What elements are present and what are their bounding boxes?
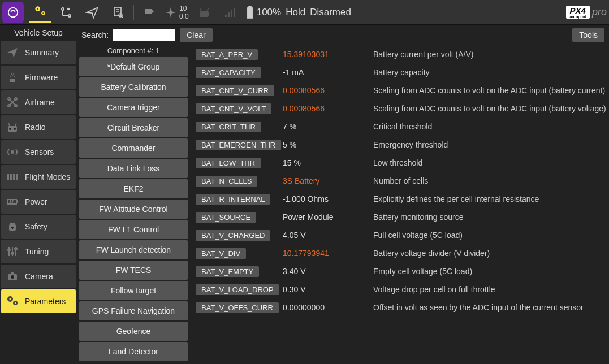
param-row: BAT_V_EMPTY3.40 VEmpty cell voltage (5C … [192, 262, 607, 280]
arm-state[interactable]: Disarmed [310, 7, 351, 18]
param-name-button[interactable]: BAT_CAPACITY [196, 67, 261, 78]
sidebar-item-summary[interactable]: Summary [1, 41, 76, 64]
param-name-button[interactable]: BAT_CNT_V_VOLT [196, 103, 271, 114]
sidebar-item-radio[interactable]: Radio [1, 115, 76, 139]
telemetry-signal-icon[interactable] [219, 2, 241, 23]
param-name-button[interactable]: BAT_V_DIV [196, 248, 246, 259]
sidebar-item-firmware[interactable]: Firmware [1, 66, 76, 89]
gps-numbers: 10 0.0 [179, 5, 189, 20]
param-name-button[interactable]: BAT_EMERGEN_THR [196, 140, 281, 150]
svg-rect-19 [248, 8, 252, 18]
param-value: Power Module [283, 213, 334, 222]
svg-point-35 [11, 151, 14, 153]
group--default-group[interactable]: *Default Group [79, 57, 188, 76]
app-logo[interactable] [2, 2, 24, 23]
param-row: BAT_V_LOAD_DROP0.30 VVoltage drop per ce… [192, 280, 607, 298]
content-area: Search: Clear Tools Component #: 1 *Defa… [77, 25, 609, 364]
flight-mode[interactable]: Hold [286, 7, 305, 18]
group-camera-trigger[interactable]: Camera trigger [79, 98, 188, 117]
sidebar-item-flight-modes[interactable]: Flight Modes [1, 165, 76, 189]
group-ekf2[interactable]: EKF2 [79, 179, 188, 198]
param-row: BAT_R_INTERNAL-1.000 OhmsExplicitly defi… [192, 190, 607, 208]
group-circuit-breaker[interactable]: Circuit Breaker [79, 118, 188, 137]
search-input[interactable] [113, 29, 175, 41]
param-name-button[interactable]: BAT_SOURCE [196, 212, 256, 223]
svg-point-31 [9, 128, 11, 130]
group-fw-launch-detection[interactable]: FW Launch detection [79, 240, 188, 259]
param-description: Low threshold [373, 158, 422, 167]
sidebar-item-tuning[interactable]: Tuning [1, 240, 76, 263]
group-land-detector[interactable]: Land Detector [79, 342, 188, 361]
param-row: BAT_V_CHARGED4.05 VFull cell voltage (5C… [192, 226, 607, 244]
param-name-button[interactable]: BAT_V_EMPTY [196, 266, 259, 277]
parameter-table: BAT_A_PER_V15.39103031Battery current pe… [190, 45, 609, 364]
group-fw-attitude-control[interactable]: FW Attitude Control [79, 200, 188, 219]
gps-hdop: 0.0 [179, 12, 189, 20]
gps-status[interactable]: 10 0.0 [165, 2, 189, 23]
param-row: BAT_A_PER_V15.39103031Battery current pe… [192, 45, 607, 63]
param-name-button[interactable]: BAT_R_INTERNAL [196, 194, 270, 205]
param-value: 0.00080566 [283, 104, 325, 113]
clear-button[interactable]: Clear [180, 28, 212, 42]
param-name-button[interactable]: BAT_V_LOAD_DROP [196, 284, 279, 295]
toolbar-analyze-button[interactable] [107, 2, 129, 23]
group-battery-calibration[interactable]: Battery Calibration [79, 77, 188, 97]
svg-line-12 [207, 8, 209, 11]
param-row: BAT_CNT_V_VOLT0.00080566Scaling from ADC… [192, 99, 607, 118]
sidebar-item-label: Power [25, 197, 47, 206]
param-name-button[interactable]: BAT_CRIT_THR [196, 122, 261, 132]
param-name-button[interactable]: BAT_N_CELLS [196, 176, 257, 187]
svg-point-21 [10, 76, 11, 77]
svg-point-24 [11, 73, 12, 75]
battery-status[interactable]: 100% [245, 2, 281, 23]
search-label: Search: [81, 31, 109, 40]
group-list: Component #: 1 *Default GroupBattery Cal… [77, 45, 190, 364]
svg-line-11 [200, 8, 201, 11]
sidebar-icon [5, 144, 20, 160]
param-name-button[interactable]: BAT_A_PER_V [196, 49, 258, 60]
main-area: Vehicle Setup SummaryFirmwareAirframeRad… [0, 25, 609, 364]
sidebar-item-airframe[interactable]: Airframe [1, 90, 76, 114]
toolbar-fly-button[interactable] [81, 2, 103, 23]
sidebar-item-label: Radio [25, 123, 46, 132]
group-geofence[interactable]: Geofence [79, 322, 188, 341]
tools-button[interactable]: Tools [572, 28, 604, 42]
param-name-button[interactable]: BAT_CNT_V_CURR [196, 85, 274, 96]
svg-point-0 [8, 7, 18, 17]
sidebar-item-camera[interactable]: Camera [1, 265, 76, 288]
param-description: Battery voltage divider (V divider) [373, 249, 490, 258]
sidebar-icon [5, 244, 20, 259]
group-gps-failure-navigation[interactable]: GPS Failure Navigation [79, 301, 188, 320]
param-value: -1 mA [283, 68, 304, 77]
param-row: BAT_N_CELLS3S BatteryNumber of cells [192, 172, 607, 190]
sidebar-item-label: Summary [25, 48, 59, 57]
sidebar-icon [5, 94, 20, 110]
toolbar-plan-button[interactable] [55, 2, 77, 23]
svg-rect-10 [200, 11, 209, 17]
sidebar-item-parameters[interactable]: Parameters [1, 289, 76, 313]
param-description: Empty cell voltage (5C load) [373, 267, 472, 276]
param-row: BAT_LOW_THR15 %Low threshold [192, 154, 607, 172]
param-value: 3S Battery [283, 176, 319, 185]
sidebar-item-sensors[interactable]: Sensors [1, 140, 76, 164]
param-name-button[interactable]: BAT_V_OFFS_CURR [196, 302, 279, 313]
toolbar-setup-button[interactable] [29, 2, 51, 23]
param-value: 3.40 V [283, 267, 305, 276]
param-row: BAT_CAPACITY-1 mABattery capacity [192, 63, 607, 81]
sidebar-item-label: Firmware [25, 73, 58, 82]
group-data-link-loss[interactable]: Data Link Loss [79, 159, 188, 178]
group-commander[interactable]: Commander [79, 138, 188, 158]
param-value: 0.00080566 [283, 86, 325, 95]
param-name-button[interactable]: BAT_V_CHARGED [196, 230, 270, 241]
sidebar-item-power[interactable]: Power [1, 190, 76, 214]
param-name-button[interactable]: BAT_LOW_THR [196, 158, 261, 168]
group-fw-tecs[interactable]: FW TECS [79, 261, 188, 280]
messages-icon[interactable] [139, 2, 160, 23]
sidebar-item-safety[interactable]: Safety [1, 215, 76, 239]
sidebar-item-label: Tuning [25, 247, 49, 256]
group-follow-target[interactable]: Follow target [79, 281, 188, 300]
sidebar-icon [5, 70, 20, 85]
group-fw-l1-control[interactable]: FW L1 Control [79, 220, 188, 239]
param-value: 5 % [283, 140, 296, 149]
rc-icon[interactable] [193, 2, 215, 23]
